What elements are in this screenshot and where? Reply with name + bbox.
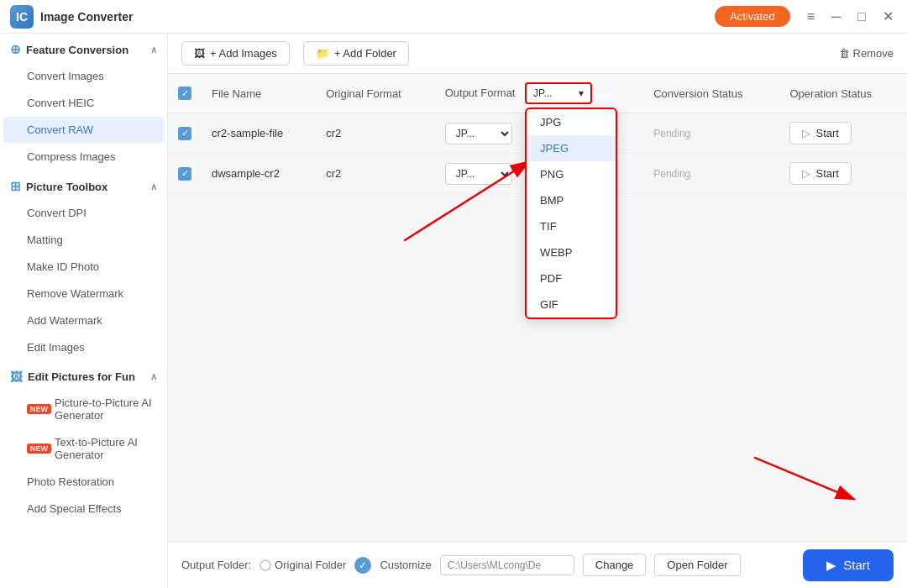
row1-format-select[interactable]: JP... JPEG PNG	[445, 123, 512, 144]
play-icon-1: ▷	[802, 127, 810, 139]
add-images-icon: 🖼	[194, 47, 205, 60]
start-main-icon: ▶	[826, 558, 836, 573]
sidebar-item-remove-watermark[interactable]: Remove Watermark	[3, 281, 164, 307]
add-images-button[interactable]: 🖼 + Add Images	[181, 41, 290, 66]
select-all-checkbox[interactable]	[178, 87, 191, 100]
row1-checkbox[interactable]	[178, 127, 191, 140]
open-folder-button[interactable]: Open Folder	[654, 554, 740, 576]
col-original-format: Original Format	[316, 74, 435, 113]
format-dropdown-popup: JPG JPEG PNG BMP TIF WEBP PDF GIF	[525, 108, 617, 319]
sidebar-item-picture-to-picture[interactable]: NEW Picture-to-Picture AI Generator	[3, 390, 164, 428]
sidebar-item-add-watermark[interactable]: Add Watermark	[3, 307, 164, 333]
change-button[interactable]: Change	[583, 554, 647, 576]
picture-toolbox-label: Picture Toolbox	[26, 181, 107, 193]
play-icon-2: ▷	[802, 167, 810, 180]
row1-operation-status: ▷ Start	[779, 113, 907, 154]
table-wrapper: File Name Original Format Output Format …	[168, 74, 907, 541]
customize-check-icon: ✓	[354, 557, 371, 574]
format-option-jpg[interactable]: JPG	[527, 109, 616, 135]
remove-label: Remove	[853, 47, 894, 60]
sidebar-item-convert-images[interactable]: Convert Images	[3, 63, 164, 89]
sidebar-item-compress-images[interactable]: Compress Images	[3, 144, 164, 170]
sidebar-item-photo-restoration[interactable]: Photo Restoration	[3, 469, 164, 495]
output-format-dropdown-container: JP... ▾ JPG JPEG PNG BMP	[525, 82, 592, 104]
row1-filename: cr2-sample-file	[202, 113, 316, 154]
sidebar-item-text-to-picture[interactable]: NEW Text-to-Picture AI Generator	[3, 429, 164, 468]
edit-pictures-label: Edit Pictures for Fun	[28, 370, 135, 383]
format-option-png[interactable]: PNG	[527, 161, 616, 187]
bottom-bar: Output Folder: Original Folder ✓ Customi…	[168, 541, 907, 588]
text-to-picture-label: Text-to-Picture AI Generator	[55, 436, 154, 461]
sidebar-item-convert-heic[interactable]: Convert HEIC	[3, 90, 164, 116]
row1-conversion-status: Pending	[643, 113, 779, 154]
row2-checkbox-cell	[168, 154, 202, 194]
close-button[interactable]: ✕	[879, 7, 897, 26]
edit-pictures-icon: 🖼	[10, 370, 23, 384]
minimize-button[interactable]: ─	[828, 7, 844, 26]
row1-status-text: Pending	[653, 128, 690, 139]
col-conversion-status: Conversion Status	[643, 74, 779, 113]
sidebar-item-add-special-effects[interactable]: Add Special Effects	[3, 496, 164, 522]
start-main-label: Start	[843, 558, 870, 572]
bottom-left: Output Folder: Original Folder ✓ Customi…	[181, 554, 741, 576]
output-format-header-label: Output Format	[445, 87, 516, 99]
sidebar-item-edit-images[interactable]: Edit Images	[3, 334, 164, 360]
output-path-input[interactable]	[440, 555, 574, 575]
format-option-gif[interactable]: GIF	[527, 291, 616, 318]
add-folder-label: + Add Folder	[334, 47, 396, 60]
format-option-tif[interactable]: TIF	[527, 213, 616, 239]
new-badge-2: NEW	[27, 444, 51, 454]
col-output-format: Output Format JP... ▾ JPG	[435, 74, 644, 113]
chevron-down-icon-2: ∧	[150, 181, 157, 192]
maximize-button[interactable]: □	[854, 7, 869, 26]
chevron-down-icon-3: ∧	[150, 371, 157, 382]
text-to-picture-item: NEW Text-to-Picture AI Generator	[27, 436, 154, 461]
row2-format-select[interactable]: JP... JPEG PNG	[445, 163, 512, 185]
sidebar-section-picture-toolbox[interactable]: ⊞ Picture Toolbox ∧	[0, 171, 167, 199]
picture-to-picture-item: NEW Picture-to-Picture AI Generator	[27, 396, 154, 422]
add-folder-icon: 📁	[316, 47, 329, 60]
col-operation-status: Operation Status	[779, 74, 907, 113]
sidebar-section-edit-pictures[interactable]: 🖼 Edit Pictures for Fun ∧	[0, 361, 167, 389]
start-main-button[interactable]: ▶ Start	[803, 549, 894, 581]
remove-button[interactable]: 🗑 Remove	[839, 47, 894, 60]
toolbar-left: 🖼 + Add Images 📁 + Add Folder	[181, 41, 409, 66]
add-images-label: + Add Images	[210, 47, 277, 60]
col-checkbox	[168, 74, 202, 113]
chevron-down-icon-4: ▾	[579, 87, 584, 99]
row2-checkbox[interactable]	[178, 167, 191, 181]
row2-start-button[interactable]: ▷ Start	[789, 162, 851, 185]
table-header-row: File Name Original Format Output Format …	[168, 74, 907, 113]
row2-status-text: Pending	[653, 168, 690, 180]
menu-button[interactable]: ≡	[804, 7, 818, 26]
sidebar-item-make-id-photo[interactable]: Make ID Photo	[3, 254, 164, 280]
content-area: 🖼 + Add Images 📁 + Add Folder 🗑 Remove	[168, 34, 907, 588]
format-option-pdf[interactable]: PDF	[527, 265, 616, 291]
output-folder-label: Output Folder:	[181, 559, 251, 571]
row2-operation-status: ▷ Start	[779, 154, 907, 194]
row1-start-button[interactable]: ▷ Start	[789, 122, 851, 144]
app-title: Image Converter	[40, 10, 133, 24]
activated-button[interactable]: Activated	[715, 6, 789, 27]
row2-filename: dwsample-cr2	[202, 154, 316, 194]
customize-radio[interactable]: Customize	[380, 559, 431, 571]
output-format-dropdown-button[interactable]: JP... ▾	[525, 82, 592, 104]
sidebar-item-convert-raw[interactable]: Convert RAW	[3, 117, 164, 143]
row1-checkbox-cell	[168, 113, 202, 154]
sidebar-item-matting[interactable]: Matting	[3, 227, 164, 253]
chevron-down-icon: ∧	[150, 45, 157, 55]
format-option-webp[interactable]: WEBP	[527, 239, 616, 265]
app-icon: IC	[10, 5, 34, 29]
row2-conversion-status: Pending	[643, 154, 779, 194]
sidebar-section-feature-conversion[interactable]: ⊕ Feature Conversion ∧	[0, 34, 167, 62]
format-option-bmp[interactable]: BMP	[527, 187, 616, 213]
sidebar-item-convert-dpi[interactable]: Convert DPI	[3, 200, 164, 226]
svg-line-3	[754, 458, 854, 500]
original-folder-radio[interactable]: Original Folder	[260, 559, 346, 571]
row2-original-format: cr2	[316, 154, 435, 194]
original-folder-label: Original Folder	[275, 559, 346, 571]
col-filename: File Name	[202, 74, 316, 113]
format-option-jpeg[interactable]: JPEG	[527, 135, 616, 161]
add-folder-button[interactable]: 📁 + Add Folder	[303, 41, 409, 66]
row1-start-label: Start	[815, 127, 838, 139]
